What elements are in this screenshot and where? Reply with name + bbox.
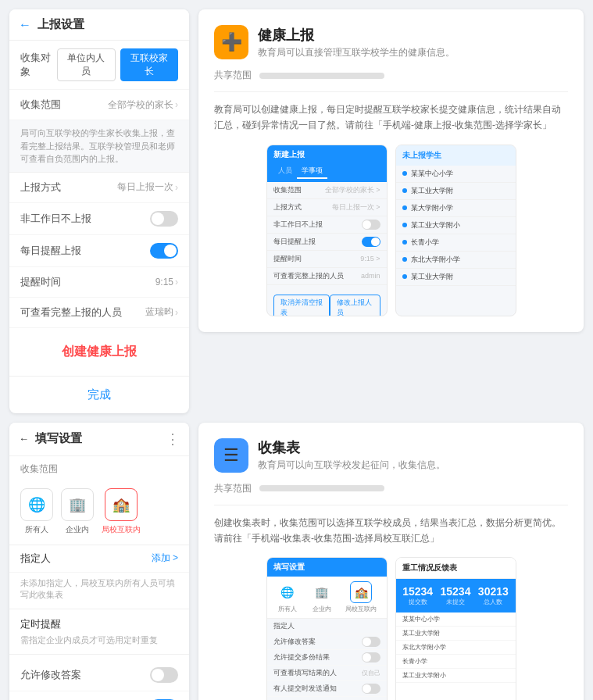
stats-school-5: 某工业大学附小 <box>396 669 516 683</box>
phone-btn-modify[interactable]: 修改上报人员 <box>330 295 380 316</box>
collect-range-row[interactable]: 收集范围 全部学校的家长 › <box>9 90 189 120</box>
allow-section: 允许修改答案 允许提交多份结果 <box>9 655 189 701</box>
phone-btn-cancel[interactable]: 取消并清空报表 <box>273 295 330 316</box>
c-scope-internal-icon: 🏢 <box>311 581 333 603</box>
health-report-info-panel: ➕ 健康上报 教育局可以直接管理互联学校学生的健康信息。 共享范围 教育局可以创… <box>198 9 584 332</box>
phone-screen1-tabs: 人员 学事项 <box>267 164 387 182</box>
phone-action-row: 取消并清空报表 修改上报人员 <box>267 288 387 316</box>
stats-school-4: 长青小学 <box>396 655 516 669</box>
reminder-time-label: 提醒时间 <box>20 275 61 289</box>
viewable-value: 蓝瑞昀 › <box>145 305 178 319</box>
c-allow-multi-row: 允许提交多份结果 <box>267 650 387 666</box>
feature-title: 健康上报 <box>258 26 455 45</box>
assign-label: 指定人 <box>20 552 51 566</box>
phone-screen-settings: 新建上报 人员 学事项 收集范围 全部学校的家长 > 上报方式 每日上报一次 > <box>266 145 388 316</box>
viewable-label: 可查看完整上报的人员 <box>20 305 122 320</box>
health-report-settings-panel: ← 上报设置 收集对象 单位内人员 互联校家长 收集范围 全部学校的家长 › <box>9 9 189 413</box>
stat-submitted: 15234 提交数 <box>402 585 433 606</box>
collect-share-range-bar <box>259 485 384 491</box>
phone-screen-schools: 未上报学生 某某中心小学 某工业大学附 某大学附小学 某工业大学附小 长青小学 <box>395 145 516 316</box>
more-icon[interactable]: ⋮ <box>166 430 180 448</box>
bottom-section: ← 填写设置 ⋮ 收集范围 🌐 所有人 🏢 企业内 🏫 局 <box>9 423 584 701</box>
phone-mockup-area: 新建上报 人员 学事项 收集范围 全部学校的家长 > 上报方式 每日上报一次 > <box>214 145 568 316</box>
back-icon2[interactable]: ← <box>19 433 29 445</box>
c-scope-school-label: 局校互联内 <box>345 605 377 613</box>
tab-internal[interactable]: 单位内人员 <box>57 48 115 81</box>
tab-parent[interactable]: 互联校家长 <box>120 48 178 81</box>
stat-label-3: 总人数 <box>478 598 509 606</box>
assign-row: 指定人 添加 > <box>9 545 189 573</box>
assign-desc: 未添加指定人，局校互联内所有人员可填写此收集表 <box>9 573 189 609</box>
school-item-2: 某工业大学附 <box>396 183 516 200</box>
c-allow-multi-toggle[interactable] <box>362 652 380 662</box>
c-scope-internal[interactable]: 🏢 企业内 <box>311 581 333 613</box>
reminder-time-value: 9:15 › <box>155 277 178 288</box>
school-item-7: 某工业大学附 <box>396 269 516 286</box>
allow-multi-row: 允许提交多份结果 <box>9 691 189 701</box>
phone-form-viewable: 可查看完整上报的人员 admin <box>267 268 387 285</box>
collect-feature-desc: 教育局可以向互联学校发起征问，收集信息。 <box>258 459 445 472</box>
collect-range-section-label: 收集范围 <box>9 456 189 479</box>
c-allow-modify-toggle[interactable] <box>362 637 380 647</box>
collect-screen-header: 填写设置 <box>267 558 387 577</box>
collect-share-range-row: 共享范围 <box>214 482 568 495</box>
no-workday-toggle[interactable] <box>150 211 178 227</box>
phone-toggle-daily[interactable] <box>362 237 380 247</box>
back-icon[interactable]: ← <box>19 18 31 32</box>
allow-modify-toggle[interactable] <box>150 667 178 683</box>
scope-description: 局可向互联学校的学生家长收集上报，查看完整上报结果。互联学校管理员和老师可查看自… <box>9 120 189 173</box>
panel-header: ← 上报设置 <box>9 9 189 41</box>
phone-form-time: 提醒时间 9:15 > <box>267 251 387 268</box>
collect-desc-long: 创建收集表时，收集范围可以选择互联学校成员，结果当表汇总，数据分析更简优。请前往… <box>214 515 568 547</box>
stat-total: 30213 总人数 <box>478 585 509 606</box>
report-method-row[interactable]: 上报方式 每日上报一次 › <box>9 173 189 203</box>
viewable-people-row[interactable]: 可查看完整上报的人员 蓝瑞昀 › <box>9 298 189 328</box>
phone-form-method: 上报方式 每日上报一次 > <box>267 199 387 216</box>
phone-tab-people[interactable]: 人员 <box>273 164 297 179</box>
c-scope-internal-label: 企业内 <box>313 605 331 613</box>
feature-description: 教育局可以创建健康上报，每日定时提醒互联学校家长提交健康信息，统计结果自动汇总，… <box>214 102 568 134</box>
collect-settings-panel: ← 填写设置 ⋮ 收集范围 🌐 所有人 🏢 企业内 🏫 局 <box>9 423 189 701</box>
scope-internal-item[interactable]: 🏢 企业内 <box>61 488 94 535</box>
stat-num-2: 15234 <box>441 585 471 598</box>
scope-all-item[interactable]: 🌐 所有人 <box>20 488 53 535</box>
c-notify-toggle[interactable] <box>362 684 380 694</box>
scope-school-item[interactable]: 🏫 局校互联内 <box>102 488 141 535</box>
collect-divider <box>214 505 568 505</box>
c-scope-school[interactable]: 🏫 局校互联内 <box>345 581 377 613</box>
daily-reminder-toggle[interactable] <box>150 243 178 259</box>
timed-section: 定时提醒 需指定企业内成员才可选用定时重复 <box>9 609 189 655</box>
c-scope-all[interactable]: 🌐 所有人 <box>277 581 298 613</box>
scope-internal-icon: 🏢 <box>61 488 94 521</box>
create-health-report-button[interactable]: 创建健康上报 <box>9 328 189 376</box>
scope-internal-label: 企业内 <box>66 524 89 535</box>
share-range-bar <box>259 73 384 79</box>
c-notify-row: 有人提交时发送通知 <box>267 681 387 697</box>
c-scope-school-icon: 🏫 <box>350 581 372 603</box>
scope-school-icon: 🏫 <box>105 488 138 521</box>
done-button[interactable]: 完成 <box>9 376 189 413</box>
stats-screen: 重工情况反馈表 15234 提交数 15234 未提交 30213 总人数 <box>395 557 516 700</box>
c-scope-all-icon: 🌐 <box>277 581 298 603</box>
phone-form-toggle2: 每日提醒上报 <box>267 234 387 251</box>
timed-title: 定时提醒 <box>20 617 178 631</box>
stats-school-2: 某工业大学附 <box>396 627 516 641</box>
add-link[interactable]: 添加 > <box>152 552 178 565</box>
feature-header2: ☰ 收集表 教育局可以向互联学校发起征问，收集信息。 <box>214 438 568 473</box>
phone-toggle-noworkday[interactable] <box>362 220 380 230</box>
stat-unsubmitted: 15234 未提交 <box>441 585 471 606</box>
collect-screen-settings: 填写设置 🌐 所有人 🏢 企业内 🏫 局校互联内 <box>266 557 388 700</box>
timed-desc: 需指定企业内成员才可选用定时重复 <box>20 634 178 646</box>
c-scope-all-label: 所有人 <box>278 605 297 613</box>
no-workday-row: 非工作日不上报 <box>9 203 189 235</box>
school-item-6: 东北大学附小学 <box>396 252 516 269</box>
collect-feature-title: 收集表 <box>258 438 445 457</box>
panel-header2: ← 填写设置 ⋮ <box>9 423 189 456</box>
stats-school-1: 某某中心小学 <box>396 612 516 627</box>
collect-target-row: 收集对象 单位内人员 互联校家长 <box>9 41 189 90</box>
panel-title2: 填写设置 <box>35 431 82 446</box>
phone-tab-student[interactable]: 学事项 <box>297 164 327 179</box>
phone-screen2-header: 未上报学生 <box>396 145 516 166</box>
reminder-time-row[interactable]: 提醒时间 9:15 › <box>9 267 189 298</box>
stats-school-3: 东北大学附小学 <box>396 641 516 655</box>
